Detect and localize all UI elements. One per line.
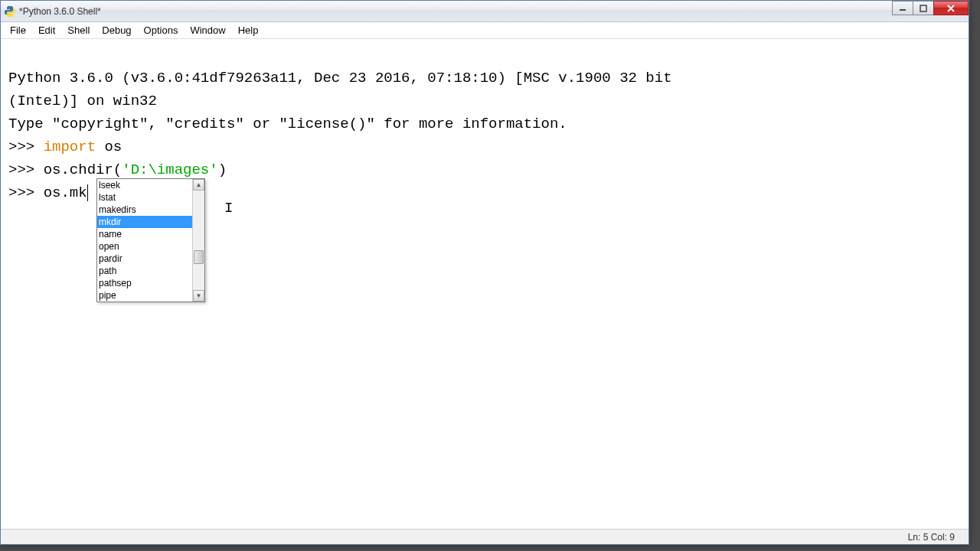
close-button[interactable] <box>933 1 969 15</box>
svg-rect-0 <box>900 9 906 11</box>
prompt: >>> <box>8 184 34 201</box>
prompt: >>> <box>8 161 34 178</box>
menu-help[interactable]: Help <box>232 23 265 37</box>
code-text: os <box>96 139 122 155</box>
menubar: File Edit Shell Debug Options Window Hel… <box>1 22 969 39</box>
scroll-down-icon[interactable]: ▼ <box>193 290 204 302</box>
banner-line: Type "copyright", "credits" or "license(… <box>8 116 567 132</box>
minimize-button[interactable] <box>892 1 913 15</box>
autocomplete-item[interactable]: pathsep <box>97 277 192 289</box>
autocomplete-item[interactable]: pipe <box>97 289 192 302</box>
menu-file[interactable]: File <box>4 23 32 37</box>
autocomplete-item[interactable]: open <box>97 240 192 253</box>
code-text: ) <box>218 161 227 178</box>
menu-window[interactable]: Window <box>184 23 231 37</box>
menu-shell[interactable]: Shell <box>61 23 96 37</box>
text-caret <box>87 184 88 201</box>
titlebar[interactable]: *Python 3.6.0 Shell* <box>1 1 969 22</box>
string-literal: 'D:\images' <box>122 161 217 178</box>
autocomplete-item-selected[interactable]: mkdir <box>97 216 192 228</box>
cursor-position: Ln: 5 Col: 9 <box>908 532 955 543</box>
autocomplete-item[interactable]: name <box>97 228 192 240</box>
statusbar: Ln: 5 Col: 9 <box>1 529 969 544</box>
window-controls <box>893 1 969 15</box>
autocomplete-item[interactable]: makedirs <box>97 204 192 216</box>
i-beam-cursor-icon: I <box>224 197 233 220</box>
scroll-thumb[interactable] <box>194 250 204 264</box>
autocomplete-item[interactable]: pardir <box>97 253 192 265</box>
python-icon <box>4 5 16 18</box>
app-window: *Python 3.6.0 Shell* File Edit Shell Deb… <box>0 0 969 545</box>
banner-line: Python 3.6.0 (v3.6.0:41df79263a11, Dec 2… <box>8 70 672 86</box>
window-title: *Python 3.6.0 Shell* <box>19 6 965 17</box>
autocomplete-item[interactable]: path <box>97 265 192 277</box>
banner-line: (Intel)] on win32 <box>8 93 157 109</box>
autocomplete-item[interactable]: lseek <box>97 179 192 191</box>
autocomplete-popup: lseek lstat makedirs mkdir name open par… <box>96 178 205 302</box>
prompt: >>> <box>8 139 34 155</box>
autocomplete-item[interactable]: lstat <box>97 191 192 204</box>
svg-rect-1 <box>920 5 926 11</box>
code-text: os.chdir( <box>44 161 122 178</box>
menu-options[interactable]: Options <box>138 23 185 37</box>
keyword: import <box>44 139 96 155</box>
autocomplete-scrollbar[interactable]: ▲ ▼ <box>192 179 204 302</box>
scroll-up-icon[interactable]: ▲ <box>193 179 204 191</box>
autocomplete-list: lseek lstat makedirs mkdir name open par… <box>97 179 192 302</box>
menu-debug[interactable]: Debug <box>96 23 137 37</box>
menu-edit[interactable]: Edit <box>32 23 61 37</box>
maximize-button[interactable] <box>913 1 934 15</box>
code-text: os.mk <box>44 184 87 201</box>
